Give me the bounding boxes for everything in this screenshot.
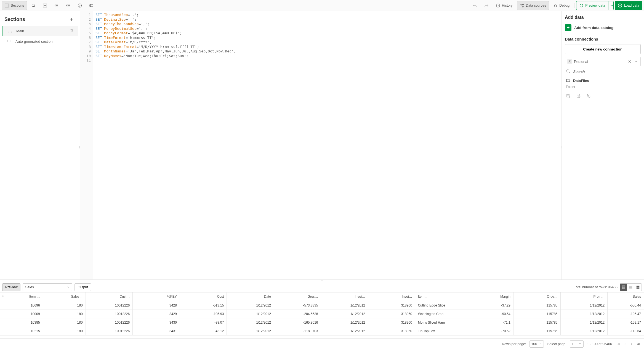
table-cell: 10009 xyxy=(0,310,43,318)
load-data-button[interactable]: Load data xyxy=(615,1,642,10)
column-header[interactable]: %KEY xyxy=(133,292,180,301)
undo-button[interactable] xyxy=(470,1,480,10)
total-rows-label: Total number of rows: 96466 xyxy=(574,285,618,289)
column-header[interactable]: Cust… xyxy=(86,292,133,301)
drag-handle-icon[interactable]: ⋮⋮ xyxy=(6,39,13,44)
column-header[interactable]: Sales xyxy=(608,292,644,301)
trash-icon[interactable] xyxy=(70,29,74,33)
column-header[interactable]: Invoi… xyxy=(368,292,415,301)
column-header[interactable]: Sales… xyxy=(43,292,86,301)
rows-per-page-select[interactable]: 100 xyxy=(529,340,544,348)
debug-label: Debug xyxy=(559,4,570,7)
column-header[interactable]: Date xyxy=(227,292,274,301)
table-cell: 180 xyxy=(43,310,86,318)
catalog-label: Add from data catalog xyxy=(574,26,614,30)
table-cell: 318960 xyxy=(368,301,415,310)
svg-rect-4 xyxy=(43,4,47,7)
column-header[interactable]: Invoi… xyxy=(321,292,368,301)
create-connection-button[interactable]: Create new connection xyxy=(565,44,641,54)
close-icon[interactable] xyxy=(627,59,632,64)
comment-button[interactable] xyxy=(40,1,50,10)
connection-item[interactable]: Personal xyxy=(565,57,641,66)
svg-line-29 xyxy=(556,4,556,4)
table-cell: 1/12/2012 xyxy=(227,318,274,327)
output-tab[interactable]: Output xyxy=(74,283,91,291)
page-select[interactable]: 1 xyxy=(570,340,584,348)
svg-point-38 xyxy=(577,94,580,95)
outdent-button[interactable] xyxy=(63,1,73,10)
preview-data-button[interactable]: Preview data xyxy=(576,1,608,10)
table-cell: 318960 xyxy=(368,318,415,327)
table-selector[interactable]: Sales xyxy=(23,283,72,291)
history-icon xyxy=(496,3,500,8)
pager: ⏮ ‹ › ⏭ xyxy=(615,341,641,347)
table-row[interactable]: 10696180100122263428-513.151/12/2012-573… xyxy=(0,301,644,310)
column-header[interactable]: Margin xyxy=(466,292,513,301)
svg-point-42 xyxy=(589,96,590,98)
search-button[interactable] xyxy=(28,1,39,10)
table-cell: 10012226 xyxy=(86,310,133,318)
column-header[interactable]: Gros… xyxy=(274,292,321,301)
user-icon xyxy=(567,59,572,64)
column-header[interactable]: Cost xyxy=(180,292,227,301)
horizontal-splitter[interactable] xyxy=(0,279,644,282)
search-input[interactable] xyxy=(573,70,640,74)
sections-toggle[interactable]: Sections xyxy=(2,1,27,10)
table-cell: 1/12/2012 xyxy=(560,327,608,335)
next-page-button[interactable]: › xyxy=(629,341,635,347)
preview-tab[interactable]: Preview xyxy=(2,283,20,291)
view-grid-icon[interactable] xyxy=(634,284,642,291)
prev-page-button[interactable]: ‹ xyxy=(622,341,628,347)
debug-button[interactable]: Debug xyxy=(550,1,573,10)
column-header[interactable]: Prom… xyxy=(560,292,608,301)
preview-dropdown[interactable] xyxy=(608,1,614,10)
search-icon xyxy=(566,69,570,74)
code-area[interactable]: SET ThousandSep=','; SET DecimalSep='.';… xyxy=(93,11,561,279)
preview-grid-wrapper[interactable]: ↑↓Item …Sales…Cust…%KEYCostDateGros…Invo… xyxy=(0,292,644,339)
last-page-button[interactable]: ⏭ xyxy=(635,341,641,347)
table-cell: 1/12/2012 xyxy=(560,310,608,318)
section-item[interactable]: ⋮⋮Main xyxy=(2,26,78,36)
table-cell: -88.07 xyxy=(180,318,227,327)
history-button[interactable]: History xyxy=(493,1,516,10)
section-item[interactable]: ⋮⋮Auto-generated section xyxy=(2,37,78,46)
add-data-heading: Add data xyxy=(565,15,641,20)
column-header[interactable]: Orde… xyxy=(513,292,560,301)
folder-item[interactable]: DataFiles xyxy=(565,77,641,84)
indent-button[interactable] xyxy=(51,1,62,10)
add-from-catalog-button[interactable]: + Add from data catalog xyxy=(565,23,641,32)
datasources-button[interactable]: Data sources xyxy=(517,1,549,10)
table-row[interactable]: 10009180100122263429-105.931/12/2012-204… xyxy=(0,310,644,318)
view-list-icon[interactable] xyxy=(627,284,634,291)
table-cell: 1/12/2012 xyxy=(560,318,608,327)
help-button[interactable]: ? xyxy=(74,1,85,10)
column-header[interactable]: Item … xyxy=(415,292,466,301)
insert-script-icon[interactable]: ⟳ xyxy=(576,93,581,98)
script-editor[interactable]: 1234567891011 SET ThousandSep=','; SET D… xyxy=(80,11,561,279)
right-resize-handle[interactable]: ‖ xyxy=(561,145,562,148)
table-row[interactable]: 10215180100122263431-43.121/12/2012-118.… xyxy=(0,327,644,335)
table-cell: 10696 xyxy=(0,301,43,310)
tag-button[interactable] xyxy=(86,1,97,10)
redo-button[interactable] xyxy=(481,1,492,10)
line-gutter: 1234567891011 xyxy=(80,11,93,279)
connection-actions: ⟳ xyxy=(565,92,641,100)
chevron-down-icon xyxy=(579,342,582,346)
svg-point-19 xyxy=(523,4,523,5)
select-data-icon[interactable] xyxy=(566,93,571,98)
table-cell: -513.15 xyxy=(180,301,227,310)
select-page-label: Select page: xyxy=(547,342,566,346)
section-label: Auto-generated section xyxy=(15,39,74,44)
debug-icon xyxy=(553,3,558,8)
column-header[interactable]: ↑↓Item … xyxy=(0,292,43,301)
first-page-button[interactable]: ⏮ xyxy=(615,341,621,347)
svg-line-5 xyxy=(44,4,45,6)
table-row[interactable]: 10385180100122263430-88.071/12/2012-165.… xyxy=(0,318,644,327)
edit-connection-icon[interactable] xyxy=(586,93,591,98)
view-table-icon[interactable] xyxy=(620,284,627,291)
panel-icon xyxy=(5,3,9,8)
chevron-down-icon[interactable] xyxy=(634,59,639,64)
chevron-down-icon xyxy=(610,3,614,8)
add-section-button[interactable]: + xyxy=(68,15,75,23)
drag-handle-icon[interactable]: ⋮⋮ xyxy=(6,29,14,33)
